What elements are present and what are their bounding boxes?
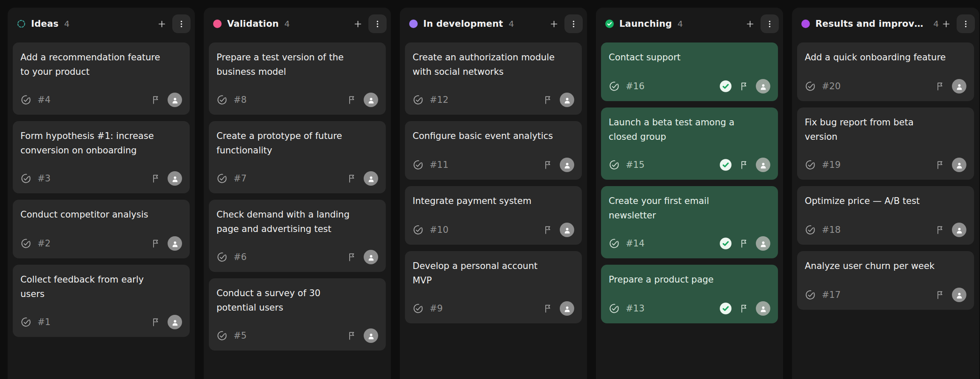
card-footer: #4: [20, 93, 182, 107]
task-card[interactable]: Conduct competitor analysis #2: [13, 200, 190, 258]
assignee-avatar[interactable]: [756, 301, 770, 316]
person-avatar-icon: [367, 253, 376, 262]
flag-icon[interactable]: [543, 225, 553, 235]
column-menu-button[interactable]: [761, 14, 779, 33]
task-card[interactable]: Add a recommendation feature to your pro…: [13, 42, 190, 115]
assignee-avatar[interactable]: [952, 288, 966, 302]
assignee-avatar[interactable]: [952, 158, 966, 172]
assignee-avatar[interactable]: [364, 328, 378, 343]
person-avatar-icon: [563, 304, 572, 313]
task-card[interactable]: Form hypothesis #1: increase conversion …: [13, 121, 190, 193]
flag-icon[interactable]: [347, 331, 357, 341]
task-card[interactable]: Check demand with a landing page and adv…: [209, 200, 386, 272]
column-menu-button[interactable]: [564, 14, 583, 33]
flag-icon[interactable]: [543, 95, 553, 105]
plus-icon: [157, 19, 167, 29]
assignee-avatar[interactable]: [364, 171, 378, 186]
flag-icon[interactable]: [347, 95, 357, 105]
assignee-avatar[interactable]: [756, 79, 770, 93]
column-validation: Validation 4 Prepare a test version of t…: [204, 8, 391, 379]
flag-icon[interactable]: [739, 81, 749, 91]
card-list: Add a quick onboarding feature #20 Fix b…: [792, 42, 979, 315]
status-dot-icon: [409, 20, 418, 28]
task-card[interactable]: Integrate payment system #10: [405, 186, 582, 245]
task-card[interactable]: Create a prototype of future functionali…: [209, 121, 386, 193]
card-number: #11: [430, 160, 448, 170]
flag-icon[interactable]: [543, 160, 553, 170]
task-card[interactable]: Contact support #16: [601, 42, 778, 101]
flag-icon[interactable]: [543, 303, 553, 314]
column-menu-button[interactable]: [368, 14, 387, 33]
assignee-avatar[interactable]: [168, 315, 182, 329]
assignee-avatar[interactable]: [952, 79, 966, 93]
flag-icon[interactable]: [935, 81, 945, 91]
flag-icon[interactable]: [151, 317, 161, 327]
task-card[interactable]: Collect feedback from early users #1: [13, 265, 190, 337]
assignee-avatar[interactable]: [168, 171, 182, 186]
flag-icon[interactable]: [739, 238, 749, 249]
flag-icon[interactable]: [935, 160, 945, 170]
task-card[interactable]: Configure basic event analytics #11: [405, 121, 582, 180]
task-card[interactable]: Optimize price — A/B test #18: [797, 186, 974, 245]
task-card[interactable]: Fix bug report from beta version #19: [797, 107, 974, 180]
column-menu-button[interactable]: [172, 14, 191, 33]
assignee-avatar[interactable]: [168, 93, 182, 107]
person-avatar-icon: [955, 226, 964, 235]
card-footer: #7: [217, 171, 378, 186]
assignee-avatar[interactable]: [756, 158, 770, 172]
flag-icon[interactable]: [935, 290, 945, 300]
check-badge-icon: [719, 80, 732, 93]
person-avatar-icon: [759, 239, 768, 248]
card-actions: [719, 301, 770, 316]
task-card[interactable]: Analyze user churn per week #17: [797, 251, 974, 310]
assignee-avatar[interactable]: [560, 158, 574, 172]
task-card[interactable]: Create your first email newsletter #14: [601, 186, 778, 258]
column-menu-button[interactable]: [957, 14, 975, 33]
assignee-avatar[interactable]: [560, 223, 574, 237]
card-number: #3: [37, 173, 51, 184]
assignee-avatar[interactable]: [364, 93, 378, 107]
add-card-button[interactable]: [154, 17, 169, 31]
column-results-and-improvements: Results and improve… 4 Add a quick onboa…: [792, 8, 979, 379]
flag-icon[interactable]: [151, 95, 161, 105]
task-card[interactable]: Create an authorization module with soci…: [405, 42, 582, 115]
flag-icon[interactable]: [739, 160, 749, 170]
flag-icon[interactable]: [347, 173, 357, 184]
add-card-button[interactable]: [350, 17, 365, 31]
card-meta: #6: [217, 252, 247, 263]
card-title: Conduct competitor analysis: [20, 207, 164, 222]
task-card[interactable]: Develop a personal account MVP #9: [405, 251, 582, 323]
task-check-icon: [217, 252, 228, 263]
card-title: Develop a personal account MVP: [413, 259, 556, 288]
assignee-avatar[interactable]: [168, 236, 182, 251]
task-card[interactable]: Conduct a survey of 30 potential users #…: [209, 278, 386, 351]
flag-icon[interactable]: [347, 252, 357, 262]
flag-icon[interactable]: [151, 238, 161, 249]
task-card[interactable]: Add a quick onboarding feature #20: [797, 42, 974, 101]
task-card[interactable]: Prepare a product page #13: [601, 265, 778, 323]
assignee-avatar[interactable]: [364, 250, 378, 264]
assignee-avatar[interactable]: [560, 301, 574, 316]
assignee-avatar[interactable]: [952, 223, 966, 237]
person-avatar-icon: [171, 318, 179, 327]
card-title: Create a prototype of future functionali…: [217, 129, 360, 158]
card-number: #6: [234, 252, 247, 262]
card-meta: #14: [609, 238, 644, 249]
add-card-button[interactable]: [939, 17, 953, 31]
add-card-button[interactable]: [547, 17, 561, 31]
task-card[interactable]: Prepare a test version of the business m…: [209, 42, 386, 115]
assignee-avatar[interactable]: [756, 236, 770, 251]
task-card[interactable]: Launch a beta test among a closed group …: [601, 107, 778, 180]
add-card-button[interactable]: [743, 17, 757, 31]
card-number: #9: [430, 303, 443, 314]
assignee-avatar[interactable]: [560, 93, 574, 107]
card-actions: [719, 79, 770, 93]
flag-icon[interactable]: [151, 173, 161, 184]
person-avatar-icon: [171, 96, 179, 105]
kebab-menu-icon: [961, 20, 970, 28]
task-check-icon: [217, 330, 228, 341]
card-list: Prepare a test version of the business m…: [204, 42, 391, 356]
flag-icon[interactable]: [739, 303, 749, 314]
card-meta: #8: [217, 94, 247, 105]
flag-icon[interactable]: [935, 225, 945, 235]
